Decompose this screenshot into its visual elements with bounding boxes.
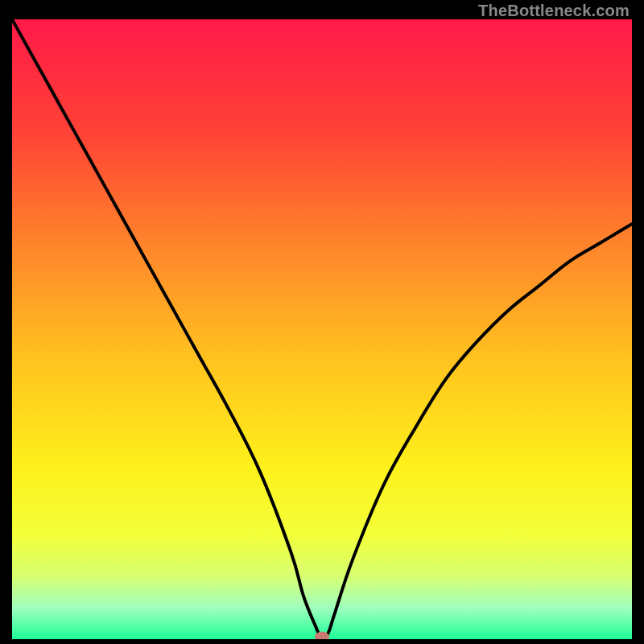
chart-background bbox=[12, 19, 632, 639]
bottleneck-chart bbox=[12, 19, 632, 639]
attribution-label: TheBottleneck.com bbox=[478, 2, 630, 20]
